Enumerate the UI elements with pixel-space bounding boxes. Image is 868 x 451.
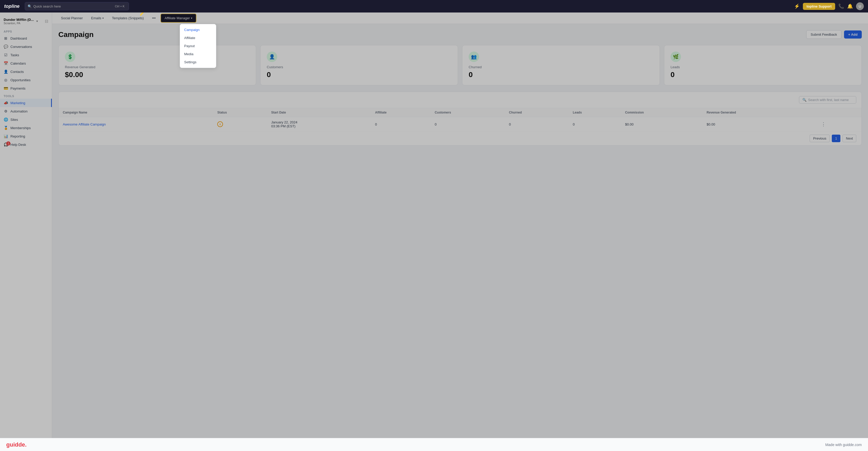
commission-cell: $0.00 [621,117,702,131]
stat-value-churned: 0 [469,71,653,79]
previous-button[interactable]: Previous [810,135,830,142]
subnav-label: Affiliate Manager [165,16,190,20]
marketing-icon: 📣 [4,101,8,105]
stats-row: 💲 Revenue Generated $0.00 👤 Customers 0 … [58,45,862,86]
reporting-icon: 📊 [4,134,8,138]
sidebar-item-label: Contacts [10,70,24,74]
tools-section-label: Tools [0,92,52,99]
sidebar-item-label: Automation [10,109,28,113]
memberships-icon: 🏅 [4,126,8,130]
sidebar-item-label: Reporting [10,134,25,138]
emails-chevron-icon: ▾ [102,17,104,20]
th-revenue: Revenue Generated [703,108,816,117]
stat-label-leads: Leads [671,65,855,69]
sidebar: Dunder Mifflin (D... Scranton, PA ▼ ⊟ Ap… [0,12,52,438]
campaign-table-section: 🔍 Search with first, last name Campaign … [58,92,862,146]
start-date-cell: January 22, 2024 03:36 PM (EST) [267,117,371,131]
dropdown-item-campaign[interactable]: Campaign [180,26,216,34]
revenue-icon: 💲 [65,52,75,62]
row-actions-button[interactable]: ⋮ [820,121,827,127]
notification-icon[interactable]: 🔔 [847,3,853,9]
topnav-right: ⚡ topline Support 📞 🔔 U [794,2,864,10]
customers-icon: 👤 [267,52,277,62]
sidebar-item-marketing[interactable]: 📣 Marketing [0,99,52,107]
sidebar-item-conversations[interactable]: 💬 Conversations [0,42,52,51]
table-header-row: Campaign Name Status Start Date Affiliat… [59,108,862,117]
affiliate-manager-dropdown: Campaign Affiliate Payout Media Settings [180,24,216,68]
th-churned: Churned [505,108,569,117]
subnav-templates[interactable]: Templates (Snippets) [108,14,148,22]
campaign-table: Campaign Name Status Start Date Affiliat… [59,108,862,131]
workspace-name: Dunder Mifflin (D... [4,18,34,22]
support-button[interactable]: topline Support [803,3,835,10]
sidebar-item-calendars[interactable]: 📅 Calendars [0,59,52,67]
add-button[interactable]: + Add [844,30,862,38]
sidebar-item-opportunities[interactable]: ◎ Opportunities [0,76,52,84]
submit-feedback-button[interactable]: Submit Feedback [806,30,841,39]
sidebar-item-dashboard[interactable]: ⊞ Dashboard [0,34,52,42]
stat-label-churned: Churned [469,65,653,69]
th-customers: Customers [431,108,505,117]
sidebar-item-memberships[interactable]: 🏅 Memberships [0,124,52,132]
date-primary: January 22, 2024 [271,120,367,124]
page-content: Campaign Submit Feedback + Add 💲 Revenue… [52,24,868,438]
search-icon: 🔍 [28,4,32,8]
next-button[interactable]: Next [842,135,856,142]
sidebar-item-payments[interactable]: 💳 Payments [0,84,52,92]
sidebar-item-contacts[interactable]: 👤 Contacts [0,67,52,76]
thunder-icon[interactable]: ⚡ [794,3,800,9]
actions-cell: ⋮ [816,117,862,131]
th-campaign-name: Campaign Name [59,108,213,117]
page-1-button[interactable]: 1 [832,135,840,142]
dropdown-item-media[interactable]: Media [180,50,216,58]
leads-icon: 🌿 [671,52,681,62]
th-commission: Commission [621,108,702,117]
sidebar-item-label: Payments [10,87,26,90]
subnav-social-planner[interactable]: Social Planner [57,14,87,22]
avatar[interactable]: U [856,2,864,10]
sidebar-item-tasks[interactable]: ☑ Tasks [0,51,52,59]
main-content: Social Planner Emails ▾ Templates (Snipp… [52,12,868,438]
tasks-icon: ☑ [4,53,8,57]
status-paused-icon: ⏸ [217,121,223,127]
dropdown-item-affiliate[interactable]: Affiliate [180,34,216,42]
sidebar-item-helpdesk[interactable]: 🎧 Help Desk 3 [0,140,52,149]
search-placeholder: Search with first, last name [808,98,849,102]
revenue-cell: $0.00 [703,117,816,131]
workspace-chevron-icon: ▼ [36,20,38,23]
stat-value-customers: 0 [267,71,452,79]
stat-card-customers: 👤 Customers 0 [260,45,458,86]
affiliate-cell: 0 [371,117,431,131]
sidebar-item-label: Calendars [10,61,26,65]
subnav-more-dots[interactable]: ••• [149,14,159,22]
sidebar-item-label: Sites [10,118,18,122]
th-start-date: Start Date [267,108,371,117]
customers-cell: 0 [431,117,505,131]
workspace-selector[interactable]: Dunder Mifflin (D... Scranton, PA ▼ ⊟ [0,17,52,28]
search-bar[interactable]: 🔍 Quick search here Ctrl + K [25,2,129,10]
dropdown-item-payout[interactable]: Payout [180,42,216,50]
guidde-logo: guidde. [6,441,27,448]
subnav-label: Templates (Snippets) [112,16,144,20]
sidebar-item-automation[interactable]: ⚙ Automation [0,107,52,115]
subnav-emails[interactable]: Emails ▾ [88,14,107,22]
table-search[interactable]: 🔍 Search with first, last name [799,96,856,104]
sidebar-item-sites[interactable]: 🌐 Sites [0,115,52,124]
sidebar-item-label: Conversations [10,45,32,49]
sub-navigation: Social Planner Emails ▾ Templates (Snipp… [52,12,868,24]
subnav-affiliate-manager[interactable]: Affiliate Manager ▾ [160,13,196,23]
conversations-icon: 💬 [4,44,8,49]
calendars-icon: 📅 [4,61,8,65]
pagination: Previous 1 Next [59,131,862,145]
subnav-label: Social Planner [61,16,83,20]
dropdown-item-settings[interactable]: Settings [180,58,216,66]
th-leads: Leads [569,108,621,117]
more-icon: ••• [152,16,156,20]
churned-icon: 👥 [469,52,479,62]
campaign-name-link[interactable]: Awesome Affiliate Campaign [63,122,106,126]
sidebar-item-label: Help Desk [10,143,26,147]
payments-icon: 💳 [4,86,8,90]
sidebar-collapse-button[interactable]: ⊟ [45,19,48,24]
phone-icon[interactable]: 📞 [838,3,844,9]
sidebar-item-reporting[interactable]: 📊 Reporting [0,132,52,140]
